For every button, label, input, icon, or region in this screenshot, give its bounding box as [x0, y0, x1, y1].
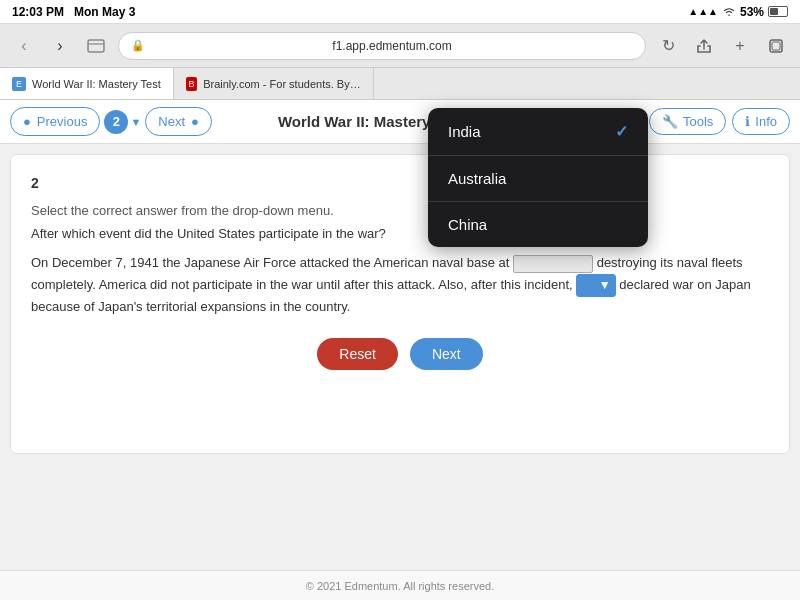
dropdown-arrow-icon: ▼: [599, 276, 611, 295]
question-instruction: Select the correct answer from the drop-…: [31, 203, 769, 218]
reset-button[interactable]: Reset: [317, 338, 398, 370]
dropdown-menu: India ✓ Australia China: [428, 108, 648, 247]
tab-label-brainly: Brainly.com - For students. By students.: [203, 78, 361, 90]
tab-label-mastery: World War II: Mastery Test: [32, 78, 161, 90]
status-right: ▲▲▲ 53%: [688, 5, 788, 19]
dropdown-australia-label: Australia: [448, 170, 506, 187]
blank-location-dropdown[interactable]: [513, 255, 593, 273]
status-bar: 12:03 PM Mon May 3 ▲▲▲ 53%: [0, 0, 800, 24]
next-toolbar-arrow-icon: ●: [191, 114, 199, 129]
dropdown-selected-text: [581, 276, 594, 295]
passage-part1: On December 7, 1941 the Japanese Air For…: [31, 255, 509, 270]
tab-brainly[interactable]: B Brainly.com - For students. By student…: [174, 68, 374, 99]
bookmarks-button[interactable]: [82, 32, 110, 60]
next-main-button[interactable]: Next: [410, 338, 483, 370]
question-nav: 2 ▼: [104, 110, 141, 134]
previous-button[interactable]: ● Previous: [10, 107, 100, 136]
info-icon: ℹ: [745, 114, 750, 129]
url-bar[interactable]: 🔒 f1.app.edmentum.com: [118, 32, 646, 60]
action-buttons: Reset Next: [31, 338, 769, 370]
battery-icon: [768, 6, 788, 17]
tools-icon: 🔧: [662, 114, 678, 129]
tab-mastery-test[interactable]: E World War II: Mastery Test: [0, 68, 174, 99]
country-dropdown[interactable]: ▼: [576, 274, 615, 297]
tab-favicon-mastery: E: [12, 77, 26, 91]
dropdown-item-china[interactable]: China: [428, 202, 648, 247]
share-button[interactable]: [690, 32, 718, 60]
dropdown-china-label: China: [448, 216, 487, 233]
tabs-button[interactable]: [762, 32, 790, 60]
lock-icon: 🔒: [131, 39, 145, 52]
svg-rect-3: [772, 42, 780, 50]
dropdown-india-label: India: [448, 123, 481, 140]
refresh-button[interactable]: ↻: [654, 32, 682, 60]
main-content: 2 Select the correct answer from the dro…: [10, 154, 790, 454]
question-text: After which event did the United States …: [31, 226, 769, 241]
url-text: f1.app.edmentum.com: [151, 39, 633, 53]
browser-chrome: ‹ › 🔒 f1.app.edmentum.com ↻ +: [0, 24, 800, 68]
tab-favicon-brainly: B: [186, 77, 197, 91]
time-display: 12:03 PM: [12, 5, 64, 19]
dropdown-item-india[interactable]: India ✓: [428, 108, 648, 156]
question-nav-arrow[interactable]: ▼: [130, 116, 141, 128]
tab-bar: E World War II: Mastery Test B Brainly.c…: [0, 68, 800, 100]
previous-arrow-icon: ●: [23, 114, 31, 129]
question-number-label: 2: [31, 175, 769, 191]
new-tab-button[interactable]: +: [726, 32, 754, 60]
tools-button[interactable]: 🔧 Tools: [649, 108, 726, 135]
date-display: Mon May 3: [74, 5, 135, 19]
status-left: 12:03 PM Mon May 3: [12, 5, 135, 19]
dropdown-check-india: ✓: [615, 122, 628, 141]
svg-rect-0: [88, 40, 104, 52]
signal-icon: ▲▲▲: [688, 6, 718, 17]
app-toolbar: ● Previous 2 ▼ Next ● World War II: Mast…: [0, 100, 800, 144]
forward-button[interactable]: ›: [46, 32, 74, 60]
copyright-text: © 2021 Edmentum. All rights reserved.: [306, 580, 494, 592]
footer: © 2021 Edmentum. All rights reserved.: [0, 570, 800, 600]
info-button[interactable]: ℹ Info: [732, 108, 790, 135]
passage-text: On December 7, 1941 the Japanese Air For…: [31, 253, 769, 318]
question-number-badge[interactable]: 2: [104, 110, 128, 134]
battery-display: 53%: [740, 5, 764, 19]
back-button[interactable]: ‹: [10, 32, 38, 60]
dropdown-item-australia[interactable]: Australia: [428, 156, 648, 202]
next-toolbar-button[interactable]: Next ●: [145, 107, 212, 136]
wifi-icon: [722, 5, 736, 19]
